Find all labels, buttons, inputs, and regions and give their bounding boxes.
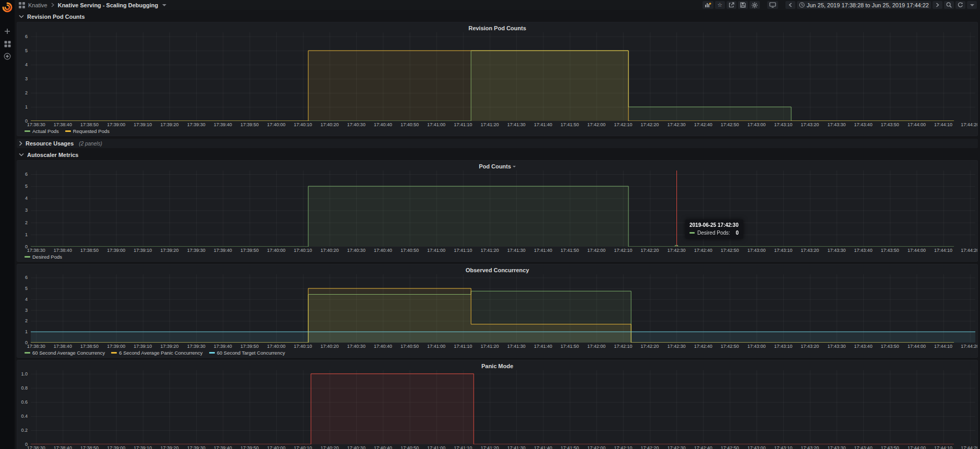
legend-series-swatch: [65, 130, 71, 132]
x-tick-label: 17:41:50: [561, 122, 579, 127]
row-header-resource-usages[interactable]: Resource Usages (2 panels): [17, 139, 978, 148]
chart-canvas[interactable]: [31, 274, 975, 343]
x-tick-label: 17:41:20: [480, 344, 499, 349]
breadcrumb-folder[interactable]: Knative: [28, 2, 47, 8]
x-tick-label: 17:42:50: [721, 344, 739, 349]
time-backward-button[interactable]: [785, 1, 795, 9]
y-axis: 00.20.40.60.81.0: [17, 370, 31, 444]
series-line: [31, 374, 954, 444]
x-tick-label: 17:41:40: [534, 248, 552, 253]
refresh-button[interactable]: [955, 1, 965, 9]
x-tick-label: 17:41:10: [454, 122, 472, 127]
y-tick-label: 3: [17, 308, 28, 313]
x-tick-label: 17:39:30: [187, 122, 205, 127]
x-tick-label: 17:40:00: [267, 248, 285, 253]
chart-canvas[interactable]: [31, 171, 975, 247]
x-tick-label: 17:43:50: [881, 445, 899, 449]
x-tick-label: 17:40:30: [347, 248, 366, 253]
panel-title[interactable]: Panic Mode: [17, 361, 977, 370]
panel-title[interactable]: Observed Concurrency: [17, 265, 977, 274]
x-tick-label: 17:42:50: [721, 445, 739, 449]
create-plus-icon[interactable]: [0, 25, 15, 38]
x-tick-label: 17:42:40: [694, 122, 712, 127]
chevron-down-icon: [19, 15, 24, 18]
x-tick-label: 17:39:30: [187, 445, 205, 449]
x-tick-label: 17:41:30: [507, 248, 526, 253]
settings-button[interactable]: [749, 1, 760, 9]
refresh-icon: [958, 2, 963, 8]
x-tick-label: 17:39:50: [240, 122, 259, 127]
row-header-revision-pod-counts[interactable]: Revision Pod Counts: [17, 12, 978, 21]
y-tick-label: 1: [17, 232, 28, 237]
x-tick-label: 17:40:00: [267, 445, 285, 449]
time-forward-button[interactable]: [933, 1, 942, 9]
x-tick-label: 17:38:30: [27, 445, 45, 449]
zoom-out-button[interactable]: [944, 1, 954, 9]
chevron-down-icon: [19, 153, 24, 156]
x-tick-label: 17:39:20: [160, 344, 178, 349]
x-tick-label: 17:39:40: [214, 344, 232, 349]
x-tick-label: 17:38:40: [54, 344, 72, 349]
chart-canvas[interactable]: [31, 370, 975, 444]
clock-icon: [799, 2, 805, 8]
x-tick-label: 17:39:20: [160, 248, 178, 253]
chevron-left-icon: [789, 3, 792, 7]
x-tick-label: 17:42:00: [587, 445, 606, 449]
x-tick-label: 17:39:00: [107, 344, 125, 349]
x-tick-label: 17:40:10: [294, 248, 312, 253]
share-icon: [729, 2, 734, 8]
dashboard-title[interactable]: Knative Serving - Scaling Debugging: [58, 2, 159, 8]
explore-icon[interactable]: [0, 50, 15, 63]
panel-menu-caret-icon[interactable]: [513, 166, 516, 167]
legend-item[interactable]: Desired Pods: [25, 254, 62, 260]
x-tick-label: 17:43:30: [827, 445, 845, 449]
y-tick-label: 5: [17, 184, 28, 189]
dashboard-title-caret-icon[interactable]: [162, 4, 166, 6]
x-tick-label: 17:38:30: [27, 248, 45, 253]
row-header-autoscaler-metrics[interactable]: Autoscaler Metrics: [17, 150, 978, 159]
x-tick-label: 17:40:20: [320, 122, 338, 127]
monitor-icon: [769, 2, 776, 8]
cycle-view-mode-button[interactable]: [767, 1, 778, 9]
x-tick-label: 17:39:10: [134, 445, 152, 449]
legend-series-label: Desired Pods: [32, 254, 62, 260]
legend-series-label: 60 Second Target Concurrency: [217, 350, 285, 356]
y-tick-label: 0.6: [17, 399, 28, 405]
refresh-interval-button[interactable]: [967, 1, 977, 9]
legend-item[interactable]: Actual Pods: [25, 128, 59, 134]
x-tick-label: 17:43:00: [747, 344, 766, 349]
x-tick-label: 17:41:40: [534, 344, 552, 349]
legend-series-swatch: [209, 352, 215, 354]
share-button[interactable]: [727, 1, 736, 9]
x-tick-label: 17:44:00: [908, 122, 926, 127]
legend: Actual PodsRequested Pods: [17, 128, 977, 135]
x-tick-label: 17:44:10: [934, 248, 952, 253]
x-tick-label: 17:43:00: [747, 445, 766, 449]
star-icon: ☆: [717, 2, 722, 8]
x-tick-label: 17:43:40: [854, 122, 873, 127]
x-tick-label: 17:40:30: [347, 344, 366, 349]
y-tick-label: 1: [17, 104, 28, 110]
x-tick-label: 17:44:00: [908, 445, 926, 449]
add-panel-button[interactable]: [703, 1, 713, 9]
dashboards-grid-icon[interactable]: [19, 2, 25, 8]
grafana-logo-icon[interactable]: [2, 2, 13, 13]
legend-item[interactable]: 60 Second Average Concurrency: [25, 350, 105, 356]
chart-canvas[interactable]: [31, 32, 975, 121]
x-tick-label: 17:42:00: [587, 248, 606, 253]
star-button[interactable]: ☆: [715, 1, 725, 9]
panel-title[interactable]: Revision Pod Counts: [17, 23, 977, 32]
legend-item[interactable]: Requested Pods: [65, 128, 110, 134]
legend-item[interactable]: 60 Second Target Concurrency: [209, 350, 285, 356]
x-tick-label: 17:41:30: [507, 344, 526, 349]
panel-title[interactable]: Pod Counts: [17, 162, 977, 171]
panel-panic-mode: Panic Mode 00.20.40.60.81.0 17:38:3017:3…: [17, 360, 978, 449]
time-range-picker[interactable]: Jun 25, 2019 17:38:28 to Jun 25, 2019 17…: [797, 1, 931, 9]
x-tick-label: 17:41:50: [561, 344, 579, 349]
x-tick-label: 17:43:20: [801, 344, 819, 349]
save-button[interactable]: [738, 1, 748, 9]
dashboards-icon[interactable]: [0, 38, 15, 50]
legend-item[interactable]: 6 Second Average Panic Concurrency: [111, 350, 202, 356]
x-tick-label: 17:42:30: [667, 445, 685, 449]
dashboard-content: Revision Pod Counts Revision Pod Counts …: [15, 10, 980, 449]
